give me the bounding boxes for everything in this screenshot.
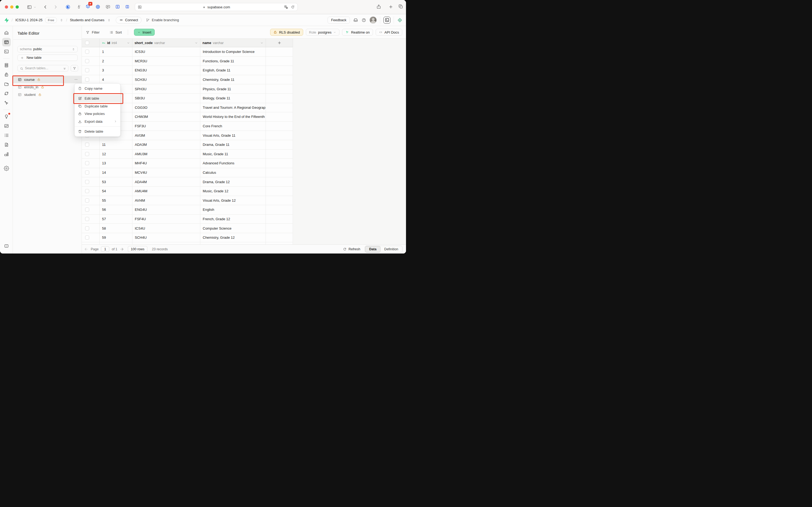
cell-name[interactable]: Music, Grade 12 [200, 187, 266, 196]
cell-name[interactable]: Functions, Grade 11 [200, 57, 266, 66]
page-input[interactable] [101, 246, 109, 252]
row-checkbox[interactable] [85, 208, 89, 212]
table-row[interactable]: 56ENG4UEnglish [82, 205, 293, 215]
instapaper-extension-icon-2[interactable] [125, 5, 129, 9]
table-list-item-course[interactable]: course [13, 76, 81, 83]
cell-name[interactable]: World History to the End of the Fifteent… [200, 112, 266, 121]
sidebar-item-database[interactable] [2, 61, 11, 69]
row-checkbox[interactable] [85, 50, 89, 54]
cell-short-code[interactable]: AVI4M [132, 196, 200, 205]
sidebar-item-logs[interactable] [2, 131, 11, 139]
cell-name[interactable]: Computer Science [200, 224, 266, 233]
comment-extension-icon[interactable] [105, 4, 111, 10]
cell-id[interactable]: 53 [100, 177, 132, 186]
cell-short-code[interactable]: AVI3M [132, 131, 200, 140]
table-row[interactable]: 2MCR3UFunctions, Grade 11 [82, 57, 293, 66]
close-window-button[interactable] [5, 5, 8, 9]
cell-short-code[interactable]: ENG4U [132, 205, 200, 214]
cell-short-code[interactable]: ADA4M [132, 177, 200, 186]
cell-id[interactable]: 56 [100, 205, 132, 214]
enable-branching-button[interactable]: Enable branching [146, 18, 179, 22]
cell-short-code[interactable]: AMU4M [132, 187, 200, 196]
sidebar-toggle-icon[interactable] [27, 5, 32, 10]
column-menu-icon[interactable] [127, 41, 130, 45]
menu-item-view-policies[interactable]: View policies [75, 110, 120, 118]
cell-name[interactable]: Calculus [200, 168, 266, 177]
cell-short-code[interactable]: CGG3O [132, 103, 200, 112]
cell-name[interactable]: Physics, Grade 11 [200, 84, 266, 94]
cell-name[interactable]: Drama, Grade 12 [200, 177, 266, 186]
cell-short-code[interactable]: ICS3U [132, 47, 200, 56]
rls-disabled-button[interactable]: RLS disabled [270, 29, 303, 36]
cell-short-code[interactable]: AMU3M [132, 150, 200, 159]
branch-switcher-icon[interactable] [107, 18, 111, 22]
table-row[interactable]: 58ICS4UComputer Science [82, 224, 293, 233]
row-checkbox[interactable] [85, 161, 89, 165]
new-table-button[interactable]: New table [17, 55, 77, 61]
cell-id[interactable]: 13 [100, 159, 132, 168]
cell-name[interactable]: French, Grade 12 [200, 215, 266, 224]
dark-mode-extension-icon[interactable] [65, 4, 71, 10]
cell-name[interactable]: Visual Arts, Grade 12 [200, 196, 266, 205]
terminal-button[interactable] [384, 17, 391, 23]
sort-button[interactable]: Sort [109, 30, 122, 35]
cell-short-code[interactable]: MCR3U [132, 57, 200, 66]
sidebar-chevron-icon[interactable] [34, 6, 36, 9]
column-header-name[interactable]: namevarchar [200, 39, 266, 47]
table-row[interactable]: 12AMU3MMusic, Grade 11 [82, 150, 293, 159]
view-tab-data[interactable]: Data [365, 246, 381, 252]
sidebar-item-home[interactable] [2, 29, 11, 37]
sidebar-item-auth[interactable] [2, 70, 11, 79]
cell-short-code[interactable]: ICS4U [132, 224, 200, 233]
row-checkbox[interactable] [85, 59, 89, 63]
row-checkbox[interactable] [85, 199, 89, 203]
table-row[interactable]: 54AMU4MMusic, Grade 12 [82, 187, 293, 196]
cell-short-code[interactable]: FSF3U [132, 122, 200, 131]
cell-name[interactable]: Advanced Functions [200, 159, 266, 168]
sort-tables-icon[interactable] [63, 67, 66, 70]
cell-name[interactable]: Music, Grade 11 [200, 150, 266, 159]
sidebar-item-sql-editor[interactable] [2, 47, 11, 56]
cell-id[interactable]: 12 [100, 150, 132, 159]
table-row[interactable]: 3ENG3UEnglish, Grade 11 [82, 66, 293, 75]
table-row[interactable]: 55AVI4MVisual Arts, Grade 12 [82, 196, 293, 206]
assistant-icon[interactable] [397, 17, 403, 23]
menu-item-copy-name[interactable]: Copy name [75, 84, 120, 92]
column-header-id[interactable]: idint4 [100, 39, 132, 47]
row-checkbox[interactable] [85, 180, 89, 184]
sidebar-item-storage[interactable] [2, 80, 11, 88]
role-select[interactable]: Role postgres [306, 29, 340, 36]
sidebar-item-realtime[interactable] [2, 99, 11, 107]
cell-short-code[interactable]: SCH3U [132, 75, 200, 84]
help-icon[interactable] [361, 18, 366, 22]
reload-icon[interactable] [291, 5, 295, 9]
view-tab-definition[interactable]: Definition [381, 246, 402, 252]
share-icon[interactable] [376, 4, 381, 9]
cell-short-code[interactable]: ADA3M [132, 140, 200, 149]
sidebar-item-edge-functions[interactable] [2, 89, 11, 98]
sidebar-item-api-docs[interactable] [2, 140, 11, 149]
sidebar-item-table-editor[interactable] [2, 38, 11, 47]
table-row[interactable]: 1ICS3UIntroduction to Computer Science [82, 47, 293, 57]
menu-item-duplicate-table[interactable]: Duplicate table [75, 102, 120, 110]
cell-short-code[interactable]: MCV4U [132, 168, 200, 177]
cell-id[interactable]: 1 [100, 47, 132, 56]
filter-tables-button[interactable] [71, 65, 78, 71]
filter-button[interactable]: Filter [85, 30, 100, 35]
menu-item-delete-table[interactable]: Delete table [75, 128, 120, 135]
collapse-sidebar-button[interactable] [2, 242, 11, 250]
next-page-icon[interactable] [120, 247, 124, 251]
supabase-logo-icon[interactable] [3, 17, 9, 23]
row-checkbox[interactable] [85, 68, 89, 72]
address-bar[interactable]: supabase.com [135, 3, 298, 11]
table-row[interactable]: 14MCV4UCalculus [82, 168, 293, 177]
cell-id[interactable]: 3 [100, 66, 132, 75]
cell-name[interactable]: Visual Arts, Grade 11 [200, 131, 266, 140]
column-header-short_code[interactable]: short_codevarchar [132, 39, 200, 47]
cell-short-code[interactable]: FSF4U [132, 215, 200, 224]
row-checkbox[interactable] [85, 171, 89, 175]
cell-name[interactable]: Drama, Grade 11 [200, 140, 266, 149]
cell-id[interactable]: 54 [100, 187, 132, 196]
row-checkbox[interactable] [85, 152, 89, 156]
table-list-item-student[interactable]: student [13, 91, 81, 98]
